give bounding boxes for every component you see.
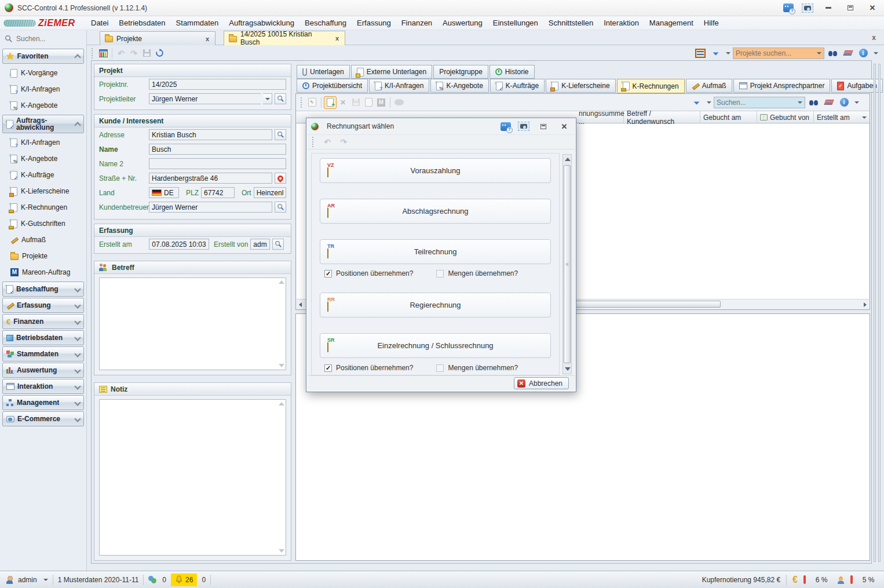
sidebar-search-input[interactable] bbox=[16, 35, 82, 43]
notifications-badge[interactable]: 26 bbox=[171, 574, 197, 586]
undo-button[interactable]: ↶ bbox=[115, 48, 127, 59]
dialog-close-button[interactable]: ✕ bbox=[557, 122, 571, 131]
project-overview-button[interactable] bbox=[694, 48, 707, 59]
goto-button[interactable] bbox=[690, 97, 703, 108]
tab-ki-anfragen[interactable]: ↑?K/I-Anfragen bbox=[369, 79, 429, 93]
tab-close-icon[interactable]: x bbox=[334, 35, 340, 42]
adresse-search-button[interactable] bbox=[275, 129, 286, 140]
notiz-textbox[interactable] bbox=[99, 399, 286, 556]
splitter-strip[interactable] bbox=[874, 64, 876, 562]
feedback-help-icon[interactable] bbox=[501, 122, 511, 131]
screenshot-icon[interactable] bbox=[518, 122, 529, 131]
tab-k-auftraege[interactable]: ↓✓K-Aufträge bbox=[490, 79, 545, 93]
sidebar-item-k-gutschriften[interactable]: ↑ K-Gutschriften bbox=[0, 216, 86, 232]
dialog-restore-button[interactable] bbox=[536, 122, 550, 131]
sidebar-section-stammdaten[interactable]: Stammdaten bbox=[2, 346, 84, 361]
scrollbar-thumb[interactable] bbox=[563, 301, 721, 308]
sidebar-item-mareon-auftrag[interactable]: M Mareon-Auftrag bbox=[0, 264, 86, 280]
scroll-left-icon[interactable] bbox=[299, 302, 302, 307]
dialog-titlebar[interactable]: Rechnungsart wählen ✕ bbox=[306, 118, 576, 134]
redo-button[interactable]: ↷ bbox=[127, 48, 140, 59]
menu-erfassung[interactable]: Erfassung bbox=[352, 16, 396, 30]
sidebar-section-auftragsabwicklung[interactable]: ↓✓ Auftrags-abwicklung bbox=[2, 115, 84, 133]
kundenbetreuer-search-button[interactable] bbox=[275, 202, 286, 213]
button-vorauszahlung[interactable]: VZ Vorauszahlung bbox=[320, 158, 551, 183]
chevron-down-icon[interactable] bbox=[75, 417, 80, 421]
menu-management[interactable]: Management bbox=[644, 16, 699, 30]
tab-historie[interactable]: Historie bbox=[490, 65, 535, 79]
info-caret-icon[interactable] bbox=[874, 52, 878, 54]
delete-invoice-button[interactable]: ✕ bbox=[337, 97, 349, 108]
sidebar-item-k-angebote[interactable]: ↑% K-Angebote bbox=[0, 151, 86, 167]
scroll-down-icon[interactable] bbox=[279, 549, 284, 553]
map-pin-button[interactable] bbox=[275, 173, 286, 184]
find-button[interactable] bbox=[808, 97, 820, 108]
info-button[interactable]: i bbox=[857, 48, 870, 59]
kundenbetreuer-field[interactable] bbox=[149, 202, 272, 213]
user-name[interactable]: admin bbox=[18, 576, 37, 584]
tab-externe-unterlagen[interactable]: Externe Unterlagen bbox=[351, 65, 432, 79]
chevron-up-icon[interactable] bbox=[75, 54, 80, 59]
column-erstellt-am[interactable]: Erstellt am bbox=[814, 111, 870, 123]
tab-aufmass[interactable]: Aufmaß bbox=[686, 79, 732, 93]
screenshot-icon[interactable] bbox=[802, 3, 813, 13]
print-preview-button[interactable] bbox=[362, 97, 375, 108]
chevron-down-icon[interactable] bbox=[75, 319, 80, 324]
erstellt-von-field[interactable] bbox=[250, 239, 270, 250]
ort-field[interactable] bbox=[254, 187, 286, 198]
undo-button[interactable]: ↶ bbox=[321, 136, 334, 148]
sidebar-section-betriebsdaten[interactable]: Betriebsdaten bbox=[2, 330, 84, 345]
comment-button[interactable] bbox=[393, 97, 406, 108]
scroll-down-icon[interactable] bbox=[565, 367, 571, 371]
sidebar-section-auswertung[interactable]: Auswertung bbox=[2, 363, 84, 378]
strasse-field[interactable] bbox=[149, 173, 272, 184]
menu-betriebsdaten[interactable]: Betriebsdaten bbox=[114, 16, 170, 30]
name-field[interactable] bbox=[149, 144, 286, 155]
mengen-checkbox[interactable] bbox=[436, 364, 444, 372]
positionen-checkbox[interactable]: ✓ bbox=[324, 270, 332, 277]
button-regierechnung[interactable]: RR Regierechnung bbox=[320, 293, 551, 317]
tab-projekt-ansprechpartner[interactable]: Projekt Ansprechpartner bbox=[733, 79, 831, 93]
menu-auftragsabwicklung[interactable]: Auftragsabwicklung bbox=[224, 16, 299, 30]
sidebar-item-ki-anfragen[interactable]: ↑? K/I-Anfragen bbox=[0, 134, 86, 151]
tab-projektgruppe[interactable]: Projektgruppe bbox=[433, 65, 488, 79]
goto-caret-icon[interactable] bbox=[707, 101, 711, 104]
restore-button[interactable] bbox=[843, 3, 857, 13]
tab-projekte[interactable]: Projekte x bbox=[100, 31, 215, 45]
scroll-up-icon[interactable] bbox=[279, 402, 284, 406]
projektnr-field[interactable] bbox=[149, 79, 286, 90]
tab-close-icon[interactable]: x bbox=[204, 35, 210, 42]
edit-invoice-button[interactable]: ✎ bbox=[306, 97, 319, 108]
info-caret-icon[interactable] bbox=[854, 101, 859, 104]
messages-icon[interactable] bbox=[148, 576, 158, 583]
erstellt-am-field[interactable] bbox=[149, 239, 209, 250]
sidebar-item-ki-anfragen-fav[interactable]: ↑? K/I-Anfragen bbox=[0, 81, 86, 97]
scrollbar-thumb[interactable]: ≡ bbox=[564, 165, 571, 363]
column-gebucht-am[interactable]: Gebucht am bbox=[700, 111, 757, 123]
chevron-up-icon[interactable] bbox=[75, 122, 80, 126]
menu-finanzen[interactable]: Finanzen bbox=[396, 16, 437, 30]
clear-search-button[interactable] bbox=[842, 48, 854, 59]
menu-datei[interactable]: Datei bbox=[86, 16, 114, 30]
scroll-right-icon[interactable] bbox=[864, 302, 867, 307]
sidebar-item-projekte[interactable]: Projekte bbox=[0, 248, 86, 264]
scroll-up-icon[interactable] bbox=[279, 280, 284, 284]
button-einzelrechnung-schlussrechnung[interactable]: SR Einzelrechnung / Schlussrechnung bbox=[320, 333, 551, 358]
sidebar-item-k-angebote-fav[interactable]: ↑% K-Angebote bbox=[0, 97, 86, 114]
sidebar-section-erfassung[interactable]: Erfassung bbox=[2, 298, 84, 313]
dataset-label[interactable]: 1 Musterdaten 2020-11-11 bbox=[58, 576, 139, 584]
sidebar-section-favoriten[interactable]: ★ Favoriten bbox=[2, 49, 84, 64]
projektleiter-search-button[interactable] bbox=[275, 93, 286, 104]
betreff-textbox[interactable] bbox=[99, 277, 286, 370]
menu-hilfe[interactable]: Hilfe bbox=[699, 16, 724, 30]
tab-unterlagen[interactable]: Unterlagen bbox=[297, 65, 350, 79]
redo-button[interactable]: ↷ bbox=[337, 136, 350, 148]
projektleiter-dropdown[interactable] bbox=[263, 93, 272, 104]
plz-field[interactable] bbox=[201, 187, 235, 198]
print-button[interactable] bbox=[349, 97, 362, 108]
chevron-down-icon[interactable] bbox=[75, 368, 80, 372]
scroll-down-icon[interactable] bbox=[279, 364, 284, 367]
chevron-down-icon[interactable] bbox=[75, 384, 80, 389]
search-caret-icon[interactable] bbox=[798, 101, 802, 104]
project-search-input[interactable] bbox=[736, 49, 815, 57]
